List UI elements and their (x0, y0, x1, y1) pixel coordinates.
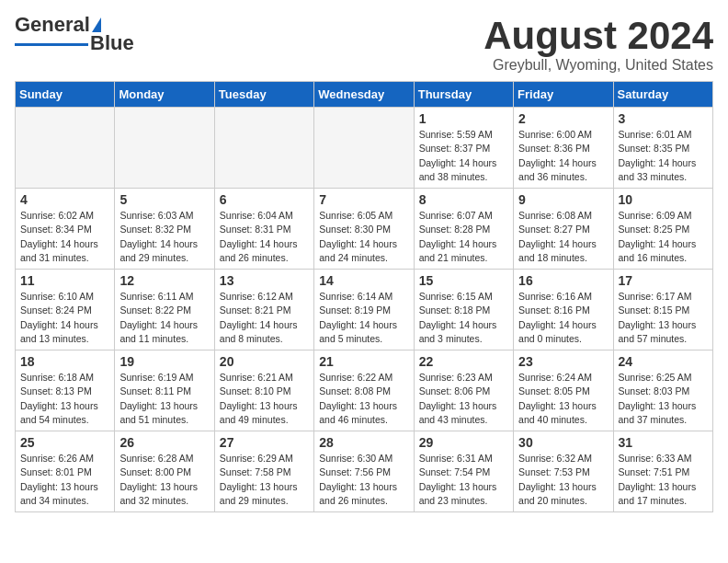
logo-triangle-icon (92, 17, 101, 32)
calendar-cell: 31Sunrise: 6:33 AM Sunset: 7:51 PM Dayli… (613, 431, 712, 512)
calendar-table: SundayMondayTuesdayWednesdayThursdayFrid… (15, 81, 713, 512)
day-number: 25 (20, 435, 109, 450)
day-info: Sunrise: 6:03 AM Sunset: 8:32 PM Dayligh… (119, 209, 209, 265)
logo-general: General (15, 15, 90, 35)
weekday-friday: Friday (514, 82, 613, 108)
calendar-cell: 13Sunrise: 6:12 AM Sunset: 8:21 PM Dayli… (214, 270, 313, 350)
day-info: Sunrise: 6:09 AM Sunset: 8:25 PM Dayligh… (619, 209, 708, 265)
title-area: August 2024 Greybull, Wyoming, United St… (483, 15, 713, 74)
day-info: Sunrise: 6:29 AM Sunset: 7:58 PM Dayligh… (220, 452, 309, 508)
weekday-thursday: Thursday (414, 82, 513, 108)
calendar-cell: 28Sunrise: 6:30 AM Sunset: 7:56 PM Dayli… (314, 431, 414, 512)
weekday-wednesday: Wednesday (314, 82, 414, 108)
calendar-cell: 7Sunrise: 6:05 AM Sunset: 8:30 PM Daylig… (314, 189, 414, 270)
day-info: Sunrise: 6:26 AM Sunset: 8:01 PM Dayligh… (20, 452, 109, 508)
calendar-cell (314, 108, 414, 189)
calendar-cell: 19Sunrise: 6:19 AM Sunset: 8:11 PM Dayli… (115, 350, 214, 431)
day-number: 1 (419, 111, 508, 126)
calendar-cell: 14Sunrise: 6:14 AM Sunset: 8:19 PM Dayli… (314, 270, 414, 350)
calendar-cell: 22Sunrise: 6:23 AM Sunset: 8:06 PM Dayli… (414, 350, 513, 431)
day-number: 29 (419, 435, 508, 450)
calendar-cell: 18Sunrise: 6:18 AM Sunset: 8:13 PM Dayli… (16, 350, 115, 431)
day-number: 9 (518, 192, 608, 207)
day-info: Sunrise: 6:08 AM Sunset: 8:27 PM Dayligh… (518, 209, 608, 265)
header: General Blue August 2024 Greybull, Wyomi… (15, 15, 713, 74)
day-info: Sunrise: 6:01 AM Sunset: 8:35 PM Dayligh… (619, 128, 708, 184)
day-info: Sunrise: 6:11 AM Sunset: 8:22 PM Dayligh… (119, 290, 209, 346)
day-number: 26 (119, 435, 209, 450)
day-number: 30 (518, 435, 608, 450)
day-number: 23 (518, 354, 608, 369)
day-info: Sunrise: 6:02 AM Sunset: 8:34 PM Dayligh… (20, 209, 109, 265)
calendar-cell: 24Sunrise: 6:25 AM Sunset: 8:03 PM Dayli… (613, 350, 712, 431)
day-info: Sunrise: 6:32 AM Sunset: 7:53 PM Dayligh… (518, 452, 608, 508)
day-info: Sunrise: 6:16 AM Sunset: 8:16 PM Dayligh… (518, 290, 608, 346)
day-number: 20 (220, 354, 309, 369)
week-row-2: 4Sunrise: 6:02 AM Sunset: 8:34 PM Daylig… (16, 189, 713, 270)
calendar-cell: 11Sunrise: 6:10 AM Sunset: 8:24 PM Dayli… (16, 270, 115, 350)
day-number: 5 (119, 192, 209, 207)
calendar-cell: 12Sunrise: 6:11 AM Sunset: 8:22 PM Dayli… (115, 270, 214, 350)
day-number: 11 (20, 273, 109, 288)
calendar-cell: 15Sunrise: 6:15 AM Sunset: 8:18 PM Dayli… (414, 270, 513, 350)
day-info: Sunrise: 6:04 AM Sunset: 8:31 PM Dayligh… (220, 209, 309, 265)
day-info: Sunrise: 6:10 AM Sunset: 8:24 PM Dayligh… (20, 290, 109, 346)
day-info: Sunrise: 6:23 AM Sunset: 8:06 PM Dayligh… (419, 371, 508, 427)
calendar-cell: 26Sunrise: 6:28 AM Sunset: 8:00 PM Dayli… (115, 431, 214, 512)
day-info: Sunrise: 6:24 AM Sunset: 8:05 PM Dayligh… (518, 371, 608, 427)
weekday-header-row: SundayMondayTuesdayWednesdayThursdayFrid… (16, 82, 713, 108)
day-number: 19 (119, 354, 209, 369)
day-number: 15 (419, 273, 508, 288)
weekday-saturday: Saturday (613, 82, 712, 108)
calendar-cell: 23Sunrise: 6:24 AM Sunset: 8:05 PM Dayli… (514, 350, 613, 431)
week-row-4: 18Sunrise: 6:18 AM Sunset: 8:13 PM Dayli… (16, 350, 713, 431)
day-info: Sunrise: 6:17 AM Sunset: 8:15 PM Dayligh… (619, 290, 708, 346)
day-info: Sunrise: 6:14 AM Sunset: 8:19 PM Dayligh… (319, 290, 408, 346)
day-number: 17 (619, 273, 708, 288)
location-title: Greybull, Wyoming, United States (483, 57, 713, 74)
day-info: Sunrise: 5:59 AM Sunset: 8:37 PM Dayligh… (419, 128, 508, 184)
day-info: Sunrise: 6:15 AM Sunset: 8:18 PM Dayligh… (419, 290, 508, 346)
calendar-cell: 16Sunrise: 6:16 AM Sunset: 8:16 PM Dayli… (514, 270, 613, 350)
logo: General Blue (15, 15, 134, 53)
calendar-cell: 30Sunrise: 6:32 AM Sunset: 7:53 PM Dayli… (514, 431, 613, 512)
week-row-5: 25Sunrise: 6:26 AM Sunset: 8:01 PM Dayli… (16, 431, 713, 512)
day-info: Sunrise: 6:19 AM Sunset: 8:11 PM Dayligh… (119, 371, 209, 427)
day-info: Sunrise: 6:22 AM Sunset: 8:08 PM Dayligh… (319, 371, 408, 427)
day-number: 27 (220, 435, 309, 450)
calendar-cell: 2Sunrise: 6:00 AM Sunset: 8:36 PM Daylig… (514, 108, 613, 189)
calendar-cell (115, 108, 214, 189)
day-number: 16 (518, 273, 608, 288)
day-number: 14 (319, 273, 408, 288)
day-number: 31 (619, 435, 708, 450)
calendar-cell: 25Sunrise: 6:26 AM Sunset: 8:01 PM Dayli… (16, 431, 115, 512)
weekday-sunday: Sunday (16, 82, 115, 108)
logo-line (15, 43, 88, 46)
day-number: 10 (619, 192, 708, 207)
calendar-cell: 27Sunrise: 6:29 AM Sunset: 7:58 PM Dayli… (214, 431, 313, 512)
day-info: Sunrise: 6:30 AM Sunset: 7:56 PM Dayligh… (319, 452, 408, 508)
calendar-cell: 6Sunrise: 6:04 AM Sunset: 8:31 PM Daylig… (214, 189, 313, 270)
day-info: Sunrise: 6:18 AM Sunset: 8:13 PM Dayligh… (20, 371, 109, 427)
week-row-1: 1Sunrise: 5:59 AM Sunset: 8:37 PM Daylig… (16, 108, 713, 189)
day-info: Sunrise: 6:25 AM Sunset: 8:03 PM Dayligh… (619, 371, 708, 427)
day-number: 28 (319, 435, 408, 450)
calendar-cell: 17Sunrise: 6:17 AM Sunset: 8:15 PM Dayli… (613, 270, 712, 350)
day-info: Sunrise: 6:33 AM Sunset: 7:51 PM Dayligh… (619, 452, 708, 508)
logo-blue: Blue (90, 33, 134, 53)
calendar-cell (214, 108, 313, 189)
calendar-cell: 3Sunrise: 6:01 AM Sunset: 8:35 PM Daylig… (613, 108, 712, 189)
day-number: 24 (619, 354, 708, 369)
calendar-cell: 29Sunrise: 6:31 AM Sunset: 7:54 PM Dayli… (414, 431, 513, 512)
weekday-monday: Monday (115, 82, 214, 108)
day-number: 12 (119, 273, 209, 288)
day-number: 21 (319, 354, 408, 369)
day-number: 7 (319, 192, 408, 207)
day-info: Sunrise: 6:21 AM Sunset: 8:10 PM Dayligh… (220, 371, 309, 427)
calendar-cell: 21Sunrise: 6:22 AM Sunset: 8:08 PM Dayli… (314, 350, 414, 431)
day-info: Sunrise: 6:12 AM Sunset: 8:21 PM Dayligh… (220, 290, 309, 346)
calendar-cell (16, 108, 115, 189)
day-number: 18 (20, 354, 109, 369)
calendar-cell: 1Sunrise: 5:59 AM Sunset: 8:37 PM Daylig… (414, 108, 513, 189)
day-info: Sunrise: 6:28 AM Sunset: 8:00 PM Dayligh… (119, 452, 209, 508)
